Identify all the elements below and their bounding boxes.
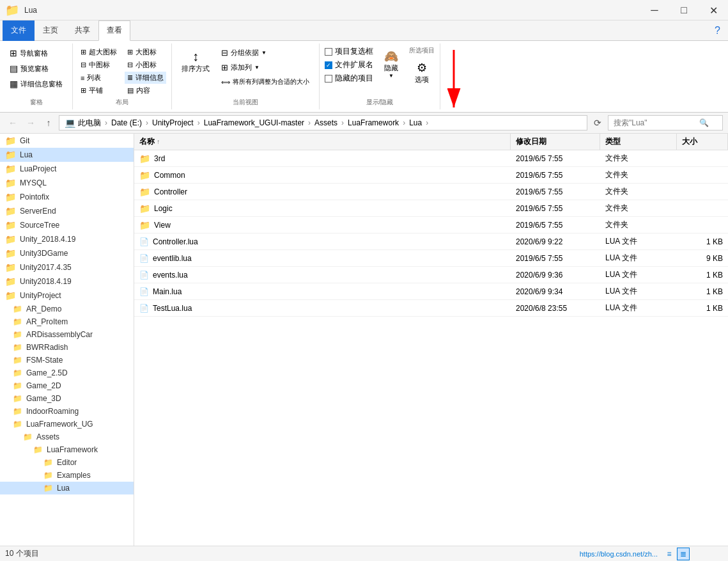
layout-list[interactable]: ≡ 列表 bbox=[78, 72, 120, 84]
table-row[interactable]: 📁3rd 2019/6/5 7:55 文件夹 bbox=[134, 150, 728, 167]
tab-file[interactable]: 文件 bbox=[3, 20, 35, 41]
folder-icon: 📁 bbox=[5, 150, 16, 160]
sidebar-item-lua-selected[interactable]: 📁 Lua bbox=[0, 482, 134, 494]
table-row[interactable]: 📄Controller.lua 2020/6/9 9:22 LUA 文件 1 K… bbox=[134, 233, 728, 250]
table-row[interactable]: 📁View 2019/6/5 7:55 文件夹 bbox=[134, 217, 728, 233]
preview-pane-btn[interactable]: ▤ 预览窗格 bbox=[5, 61, 67, 75]
sort-by-btn[interactable]: ↕ 排序方式 bbox=[177, 46, 214, 88]
sidebar-item-unityproject[interactable]: 📁 UnityProject bbox=[0, 288, 134, 303]
sidebar-item-pointofix[interactable]: 📁 Pointofix bbox=[0, 190, 134, 204]
close-button[interactable]: ✕ bbox=[699, 0, 728, 20]
cell-name: 📄TestLua.lua bbox=[134, 300, 511, 316]
options-btn[interactable]: ⚙ 选项 bbox=[409, 58, 435, 88]
layout-small[interactable]: ⊟ 小图标 bbox=[125, 59, 166, 71]
tab-share[interactable]: 共享 bbox=[66, 20, 98, 40]
sidebar-item-luaframework[interactable]: 📁 LuaFramework bbox=[0, 443, 134, 456]
sidebar-item-git[interactable]: 📁 Git bbox=[0, 134, 134, 148]
details-icon: ▦ bbox=[10, 79, 18, 89]
hidden-items-row[interactable]: 隐藏的项目 bbox=[325, 73, 373, 84]
small-icon: ⊟ bbox=[127, 61, 133, 69]
project-checkbox-row[interactable]: 项目复选框 bbox=[325, 46, 373, 57]
sidebar-item-game2d[interactable]: 📁 Game_2D bbox=[0, 379, 134, 392]
forward-button[interactable]: → bbox=[23, 115, 38, 130]
tab-home[interactable]: 主页 bbox=[35, 20, 66, 40]
sidebar-item-examples[interactable]: 📁 Examples bbox=[0, 469, 134, 482]
minimize-button[interactable]: ─ bbox=[640, 0, 669, 20]
add-column-btn[interactable]: ⊞ 添加列 ▼ bbox=[217, 61, 314, 74]
maximize-button[interactable]: □ bbox=[669, 0, 699, 20]
cell-type: 文件夹 bbox=[600, 184, 677, 200]
details-pane-btn[interactable]: ▦ 详细信息窗格 bbox=[5, 77, 67, 91]
address-bar[interactable]: 💻 此电脑 › Date (E:) › UnityProject › LuaFr… bbox=[59, 115, 587, 130]
sidebar-item-unity2018[interactable]: 📁 Unity_2018.4.19 bbox=[0, 232, 134, 246]
file-extensions-checkbox[interactable] bbox=[325, 61, 332, 69]
sidebar-item-lua[interactable]: 📁 Lua bbox=[0, 148, 134, 162]
sidebar-item-luaframework-ug[interactable]: 📁 LuaFramework_UG bbox=[0, 418, 134, 431]
table-row[interactable]: 📄events.lua 2020/6/9 9:36 LUA 文件 1 KB bbox=[134, 267, 728, 283]
layout-details[interactable]: ≣ 详细信息 bbox=[125, 72, 166, 84]
status-right: https://blog.csdn.net/zh... ≡ ≣ bbox=[580, 548, 690, 560]
file-extensions-row[interactable]: 文件扩展名 bbox=[325, 59, 373, 70]
sidebar-item-bwr[interactable]: 📁 BWRRadish bbox=[0, 341, 134, 354]
cell-size: 1 KB bbox=[677, 283, 728, 299]
sidebar-item-editor[interactable]: 📁 Editor bbox=[0, 456, 134, 469]
view-toggle-icons: ≡ ≣ bbox=[663, 548, 690, 560]
title-bar-icons: 📁 bbox=[5, 3, 19, 17]
table-row[interactable]: 📁Controller 2019/6/5 7:55 文件夹 bbox=[134, 184, 728, 200]
table-row[interactable]: 📄eventlib.lua 2019/6/5 7:55 LUA 文件 9 KB bbox=[134, 250, 728, 267]
layout-tiles[interactable]: ⊞ 平铺 bbox=[78, 84, 120, 97]
table-row[interactable]: 📁Logic 2019/6/5 7:55 文件夹 bbox=[134, 200, 728, 217]
sidebar-item-unity2017[interactable]: 📁 Unity2017.4.35 bbox=[0, 260, 134, 274]
list-view-toggle[interactable]: ≡ bbox=[663, 548, 676, 560]
layout-content[interactable]: ▤ 内容 bbox=[125, 84, 166, 97]
layout-medium[interactable]: ⊟ 中图标 bbox=[78, 59, 120, 71]
ribbon-group-current-view: ↕ 排序方式 ⊟ 分组依据 ▼ ⊞ 添加列 ▼ ⟺ bbox=[172, 43, 320, 109]
back-button[interactable]: ← bbox=[5, 115, 20, 130]
sidebar-item-ar-demo[interactable]: 📁 AR_Demo bbox=[0, 303, 134, 315]
sidebar-item-game3d[interactable]: 📁 Game_3D bbox=[0, 392, 134, 405]
ribbon-group-layout: ⊞ 超大图标 ⊞ 大图标 ⊟ 中图标 ⊟ 小图标 ≡ 列表 bbox=[73, 43, 172, 109]
group-by-btn[interactable]: ⊟ 分组依据 ▼ bbox=[217, 46, 314, 59]
sidebar-item-ardisassembly[interactable]: 📁 ARDisassemblyCar bbox=[0, 328, 134, 341]
tab-view[interactable]: 查看 bbox=[98, 20, 130, 41]
folder-icon: 📁 bbox=[5, 220, 16, 230]
file-icon: 📄 bbox=[139, 287, 149, 296]
detail-view-toggle[interactable]: ≣ bbox=[677, 548, 690, 560]
refresh-button[interactable]: ⟳ bbox=[590, 115, 605, 130]
navigation-pane-btn[interactable]: ⊞ 导航窗格 bbox=[5, 46, 67, 60]
sidebar-item-serverend[interactable]: 📁 ServerEnd bbox=[0, 204, 134, 218]
nav-pane-icon: ⊞ bbox=[10, 48, 17, 58]
project-checkbox[interactable] bbox=[325, 48, 332, 56]
sidebar-item-sourcetree[interactable]: 📁 SourceTree bbox=[0, 218, 134, 232]
folder-icon: 📁 bbox=[13, 420, 22, 429]
help-button[interactable]: ? bbox=[715, 25, 720, 36]
cell-name: 📄events.lua bbox=[134, 267, 511, 283]
table-row[interactable]: 📁Common 2019/6/5 7:55 文件夹 bbox=[134, 167, 728, 184]
header-type[interactable]: 类型 bbox=[600, 134, 677, 150]
cell-size: 1 KB bbox=[677, 267, 728, 283]
sidebar-item-unity3dgame[interactable]: 📁 Unity3DGame bbox=[0, 246, 134, 260]
sidebar-item-mysql[interactable]: 📁 MYSQL bbox=[0, 176, 134, 190]
sidebar-item-game25d[interactable]: 📁 Game_2.5D bbox=[0, 367, 134, 379]
hidden-items-checkbox[interactable] bbox=[325, 75, 332, 83]
sidebar-item-ar-proitem[interactable]: 📁 AR_ProItem bbox=[0, 315, 134, 328]
sidebar-item-fsm[interactable]: 📁 FSM-State bbox=[0, 354, 134, 367]
sidebar-item-unity2018-2[interactable]: 📁 Unity2018.4.19 bbox=[0, 274, 134, 288]
selected-items-label: 所选项目 bbox=[409, 46, 435, 55]
header-date[interactable]: 修改日期 bbox=[511, 134, 600, 150]
up-button[interactable]: ↑ bbox=[41, 115, 56, 130]
sidebar-item-assets[interactable]: 📁 Assets bbox=[0, 431, 134, 443]
layout-large[interactable]: ⊞ 大图标 bbox=[125, 46, 166, 58]
table-row[interactable]: 📄TestLua.lua 2020/6/8 23:55 LUA 文件 1 KB bbox=[134, 300, 728, 317]
fit-columns-btn[interactable]: ⟺ 将所有列调整为合适的大小 bbox=[217, 75, 314, 88]
search-input[interactable] bbox=[614, 118, 697, 127]
table-row[interactable]: 📄Main.lua 2020/6/9 9:34 LUA 文件 1 KB bbox=[134, 283, 728, 300]
layout-extra-large[interactable]: ⊞ 超大图标 bbox=[78, 46, 120, 58]
hide-btn[interactable]: 🙈 隐藏 ▼ bbox=[378, 46, 404, 82]
sidebar-item-luaproject[interactable]: 📁 LuaProject bbox=[0, 162, 134, 176]
sidebar-item-indoor[interactable]: 📁 IndoorRoaming bbox=[0, 405, 134, 418]
folder-icon: 📁 bbox=[43, 471, 53, 480]
header-size[interactable]: 大小 bbox=[677, 134, 728, 150]
folder-icon: 📁 bbox=[23, 432, 33, 441]
header-name[interactable]: 名称 ↑ bbox=[134, 134, 511, 150]
